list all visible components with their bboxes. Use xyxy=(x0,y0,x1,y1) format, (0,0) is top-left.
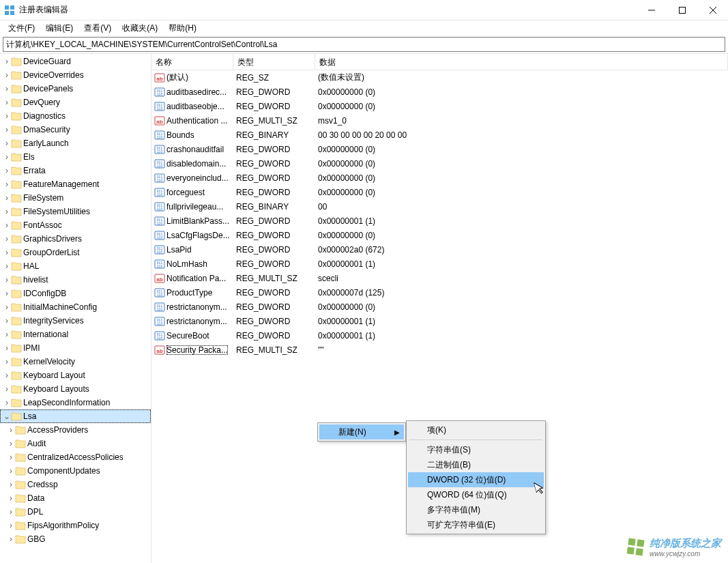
list-row[interactable]: 011110SecureBootREG_DWORD0x00000001 (1) xyxy=(151,328,728,343)
tree-item[interactable]: ›AccessProviders xyxy=(0,423,151,437)
list-row[interactable]: 011110disabledomain...REG_DWORD0x0000000… xyxy=(151,156,728,171)
chevron-icon[interactable]: › xyxy=(7,466,15,476)
menu-new[interactable]: 新建(N) ▶ xyxy=(319,424,404,439)
chevron-icon[interactable]: › xyxy=(3,289,11,298)
tree-item[interactable]: ›FontAssoc xyxy=(0,218,151,232)
chevron-icon[interactable]: › xyxy=(3,220,11,230)
list-row[interactable]: 011110fullprivilegeau...REG_BINARY00 xyxy=(151,199,728,214)
tree-item[interactable]: ›EarlyLaunch xyxy=(0,136,151,150)
list-row[interactable]: 011110everyoneinclud...REG_DWORD0x000000… xyxy=(151,171,728,185)
list-row[interactable]: 011110crashonauditfailREG_DWORD0x0000000… xyxy=(151,142,728,156)
header-data[interactable]: 数据 xyxy=(315,54,728,70)
chevron-icon[interactable]: › xyxy=(3,179,11,189)
list-row[interactable]: 011110NoLmHashREG_DWORD0x00000001 (1) xyxy=(151,257,728,271)
chevron-icon[interactable]: › xyxy=(3,316,11,326)
chevron-icon[interactable]: › xyxy=(3,302,11,312)
tree-item[interactable]: ›Credssp xyxy=(0,478,151,491)
tree-item[interactable]: ›ComponentUpdates xyxy=(0,464,151,478)
address-bar[interactable]: 计算机\HKEY_LOCAL_MACHINE\SYSTEM\CurrentCon… xyxy=(3,37,725,52)
tree-item[interactable]: ›GBG xyxy=(0,532,151,546)
tree-item[interactable]: ›FileSystem xyxy=(0,191,151,205)
chevron-icon[interactable]: › xyxy=(7,425,15,435)
header-name[interactable]: 名称 xyxy=(151,54,233,70)
submenu-item[interactable]: 项(K) xyxy=(408,422,544,437)
chevron-icon[interactable]: › xyxy=(7,493,15,503)
list-row[interactable]: abNotification Pa...REG_MULTI_SZscecli xyxy=(151,271,728,285)
submenu-item[interactable]: DWORD (32 位)值(D) xyxy=(408,472,544,487)
tree-item[interactable]: ›DevQuery xyxy=(0,96,151,109)
chevron-icon[interactable]: › xyxy=(3,371,11,380)
chevron-icon[interactable]: › xyxy=(3,234,11,244)
chevron-icon[interactable]: › xyxy=(3,248,11,257)
tree-item[interactable]: ›Els xyxy=(0,150,151,164)
chevron-icon[interactable]: › xyxy=(3,261,11,271)
tree-item[interactable]: ›Diagnostics xyxy=(0,109,151,123)
submenu-item[interactable]: 二进制值(B) xyxy=(408,457,544,472)
list-row[interactable]: 011110restrictanonym...REG_DWORD0x000000… xyxy=(151,314,728,328)
submenu-item[interactable]: 字符串值(S) xyxy=(408,442,544,457)
chevron-icon[interactable]: › xyxy=(3,57,11,66)
list-row[interactable]: 011110auditbasedirec...REG_DWORD0x000000… xyxy=(151,85,728,99)
chevron-icon[interactable]: › xyxy=(3,193,11,203)
tree-item[interactable]: ›Audit xyxy=(0,437,151,450)
tree-item[interactable]: ›DeviceGuard xyxy=(0,55,151,68)
chevron-icon[interactable]: › xyxy=(7,439,15,448)
chevron-icon[interactable]: › xyxy=(3,125,11,134)
list-row[interactable]: 011110forceguestREG_DWORD0x00000000 (0) xyxy=(151,185,728,199)
list-row[interactable]: 011110auditbaseobje...REG_DWORD0x0000000… xyxy=(151,99,728,113)
chevron-icon[interactable]: › xyxy=(3,398,11,407)
chevron-icon[interactable]: › xyxy=(7,521,15,530)
chevron-icon[interactable]: › xyxy=(3,111,11,121)
menu-file[interactable]: 文件(F) xyxy=(3,21,40,35)
tree-item[interactable]: ›GroupOrderList xyxy=(0,246,151,259)
menu-view[interactable]: 查看(V) xyxy=(78,21,117,35)
tree-view[interactable]: ›DeviceGuard›DeviceOverrides›DevicePanel… xyxy=(0,54,151,563)
header-type[interactable]: 类型 xyxy=(233,54,315,70)
tree-item[interactable]: ›InitialMachineConfig xyxy=(0,300,151,314)
chevron-icon[interactable]: › xyxy=(3,98,11,107)
tree-item[interactable]: ›Data xyxy=(0,491,151,505)
tree-item[interactable]: ›GraphicsDrivers xyxy=(0,232,151,246)
chevron-icon[interactable]: › xyxy=(3,357,11,366)
tree-item[interactable]: ›FileSystemUtilities xyxy=(0,205,151,218)
tree-item[interactable]: ›DmaSecurity xyxy=(0,123,151,136)
submenu-item[interactable]: 多字符串值(M) xyxy=(408,502,544,517)
tree-item[interactable]: ›IDConfigDB xyxy=(0,287,151,300)
tree-item[interactable]: ›FipsAlgorithmPolicy xyxy=(0,519,151,532)
chevron-icon[interactable]: › xyxy=(3,139,11,148)
minimize-button[interactable] xyxy=(636,0,667,20)
chevron-icon[interactable]: › xyxy=(3,152,11,162)
menu-favorites[interactable]: 收藏夹(A) xyxy=(117,21,163,35)
chevron-icon[interactable]: › xyxy=(3,70,11,80)
list-row[interactable]: 011110LsaCfgFlagsDe...REG_DWORD0x0000000… xyxy=(151,228,728,242)
tree-item[interactable]: ›International xyxy=(0,328,151,341)
tree-item[interactable]: ›LeapSecondInformation xyxy=(0,396,151,409)
menu-edit[interactable]: 编辑(E) xyxy=(40,21,78,35)
tree-item[interactable]: ›Errata xyxy=(0,164,151,177)
list-row[interactable]: ab(默认)REG_SZ(数值未设置) xyxy=(151,70,728,85)
chevron-icon[interactable]: › xyxy=(7,507,15,517)
tree-item[interactable]: ›DPL xyxy=(0,505,151,519)
tree-item[interactable]: ›Keyboard Layouts xyxy=(0,382,151,396)
list-row[interactable]: abAuthentication ...REG_MULTI_SZmsv1_0 xyxy=(151,113,728,128)
submenu-item[interactable]: QWORD (64 位)值(Q) xyxy=(408,487,544,502)
tree-item[interactable]: ⌄Lsa xyxy=(0,409,151,423)
chevron-icon[interactable]: › xyxy=(7,452,15,462)
chevron-icon[interactable]: › xyxy=(3,275,11,285)
submenu-item[interactable]: 可扩充字符串值(E) xyxy=(408,517,544,532)
list-row[interactable]: 011110LimitBlankPass...REG_DWORD0x000000… xyxy=(151,214,728,228)
chevron-icon[interactable]: › xyxy=(3,166,11,175)
menu-help[interactable]: 帮助(H) xyxy=(163,21,202,35)
tree-item[interactable]: ›CentralizedAccessPolicies xyxy=(0,450,151,464)
list-row[interactable]: 011110restrictanonym...REG_DWORD0x000000… xyxy=(151,300,728,314)
tree-item[interactable]: ›DeviceOverrides xyxy=(0,68,151,82)
maximize-button[interactable] xyxy=(667,0,697,20)
tree-item[interactable]: ›HAL xyxy=(0,259,151,273)
list-row[interactable]: 011110ProductTypeREG_DWORD0x0000007d (12… xyxy=(151,285,728,300)
chevron-icon[interactable]: › xyxy=(3,384,11,394)
tree-item[interactable]: ›Keyboard Layout xyxy=(0,369,151,382)
tree-item[interactable]: ›IPMI xyxy=(0,341,151,355)
chevron-icon[interactable]: ⌄ xyxy=(3,412,11,421)
chevron-icon[interactable]: › xyxy=(7,534,15,544)
tree-item[interactable]: ›KernelVelocity xyxy=(0,355,151,369)
